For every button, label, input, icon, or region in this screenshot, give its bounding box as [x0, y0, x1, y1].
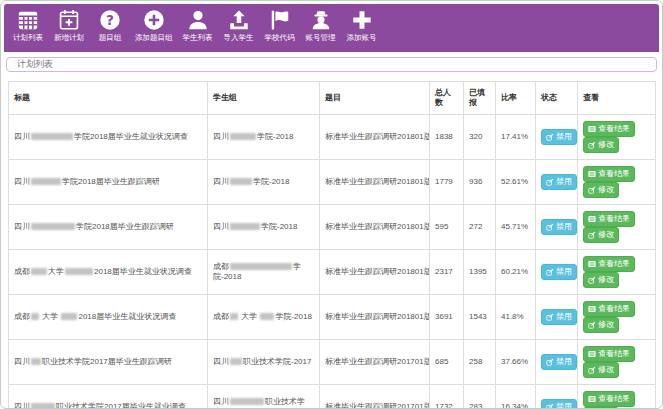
column-header: 标题	[9, 82, 208, 115]
table-row: 四川职业技术学院2017届毕业生跟踪调研 四川职业技术学院-2017 标准毕业生…	[9, 340, 656, 385]
redacted-text	[31, 133, 73, 140]
table-row: 成都 大学 2018届毕业生就业状况调查 成都 大学 学院-2018 标准毕业生…	[9, 295, 656, 340]
redacted-text	[230, 223, 260, 230]
disable-button[interactable]: 禁用	[541, 399, 577, 409]
view-results-button[interactable]: 查看结果	[583, 346, 635, 362]
disable-button[interactable]: 禁用	[541, 129, 577, 145]
list-icon	[588, 350, 596, 358]
cell-actions: 查看结果 修改	[578, 205, 656, 250]
cell-status: 禁用	[536, 340, 578, 385]
modify-button[interactable]: 修改	[583, 182, 619, 198]
cell-filled: 936	[464, 160, 496, 205]
view-results-button[interactable]: 查看结果	[583, 391, 635, 407]
edit-icon	[588, 366, 596, 374]
list-icon	[588, 305, 596, 313]
cell-student-group: 成都 大学 学院-2018	[208, 295, 320, 340]
list-icon	[588, 170, 596, 178]
edit-icon	[546, 403, 554, 409]
cell-filled: 320	[464, 115, 496, 160]
cell-status: 禁用	[536, 205, 578, 250]
toolbar-item-label: 新增计划	[54, 33, 84, 43]
cell-rate: 16.34%	[496, 385, 536, 409]
redacted-text	[230, 358, 242, 365]
breadcrumb-label: 计划列表	[17, 58, 53, 71]
toolbar-item-calendar-plus[interactable]: 新增计划	[52, 9, 86, 43]
cell-student-group: 四川学院-2018	[208, 115, 320, 160]
cell-total: 2317	[430, 250, 464, 295]
toolbar-item-label: 添加账号	[347, 33, 377, 43]
column-header: 总人数	[430, 82, 464, 115]
cell-total: 595	[430, 205, 464, 250]
edit-icon	[588, 321, 596, 329]
cell-total: 3691	[430, 295, 464, 340]
modify-button[interactable]: 修改	[583, 137, 619, 153]
view-results-button[interactable]: 查看结果	[583, 301, 635, 317]
plus-circle-icon	[143, 9, 165, 31]
plans-table: 标题学生组题目总人数已填报比率状态查看 四川学院2018届毕业生就业状况调查 四…	[8, 81, 656, 409]
cell-student-group: 四川学院-2018	[208, 160, 320, 205]
cell-rate: 41.8%	[496, 295, 536, 340]
column-header: 比率	[496, 82, 536, 115]
modify-button[interactable]: 修改	[583, 362, 619, 378]
view-results-button[interactable]: 查看结果	[583, 166, 635, 182]
disable-button[interactable]: 禁用	[541, 264, 577, 280]
cell-student-group: 四川职业技术学院-2017	[208, 385, 320, 409]
cell-title: 四川职业技术学院2017届毕业生跟踪调研	[9, 340, 208, 385]
plans-table-header-row: 标题学生组题目总人数已填报比率状态查看	[9, 82, 656, 115]
cell-student-group: 四川学院-2018	[208, 205, 320, 250]
toolbar-item-user-secret[interactable]: 账号管理	[304, 9, 338, 43]
column-header: 已填报	[464, 82, 496, 115]
disable-button[interactable]: 禁用	[541, 354, 577, 370]
view-results-button[interactable]: 查看结果	[583, 211, 635, 227]
disable-button[interactable]: 禁用	[541, 219, 577, 235]
cell-topic: 标准毕业生跟踪调研201701版	[320, 385, 430, 409]
toolbar-item-upload[interactable]: 导入学生	[222, 9, 256, 43]
toolbar-item-plus-circle[interactable]: 添加题目组	[134, 9, 174, 43]
edit-icon	[546, 313, 554, 321]
edit-icon	[588, 276, 596, 284]
cell-status: 禁用	[536, 160, 578, 205]
disable-button[interactable]: 禁用	[541, 309, 577, 325]
toolbar-item-plus[interactable]: 添加账号	[345, 9, 379, 43]
cell-filled: 258	[464, 340, 496, 385]
toolbar-item-label: 导入学生	[224, 33, 254, 43]
cell-title: 成都 大学 2018届毕业生就业状况调查	[9, 295, 208, 340]
modify-button[interactable]: 修改	[583, 317, 619, 333]
toolbar-item-label: 题目组	[99, 33, 122, 43]
table-row: 成都大学2018届毕业生就业状况调查 成都学院-2018 标准毕业生跟踪调研20…	[9, 250, 656, 295]
redacted-text	[230, 313, 238, 320]
toolbar-item-flag[interactable]: 学校代码	[263, 9, 297, 43]
list-icon	[588, 125, 596, 133]
cell-rate: 52.61%	[496, 160, 536, 205]
toolbar-item-calendar[interactable]: 计划列表	[11, 9, 45, 43]
question-circle-icon: ?	[99, 9, 121, 31]
toolbar-item-user[interactable]: 学生列表	[181, 9, 215, 43]
redacted-text	[31, 223, 75, 230]
toolbar-item-question-circle[interactable]: ? 题目组	[93, 9, 127, 43]
toolbar-item-label: 账号管理	[306, 33, 336, 43]
cell-topic: 标准毕业生跟踪调研201801版	[320, 250, 430, 295]
list-icon	[588, 395, 596, 403]
edit-icon	[588, 141, 596, 149]
redacted-text	[230, 398, 264, 405]
redacted-text	[65, 268, 93, 275]
view-results-button[interactable]: 查看结果	[583, 256, 635, 272]
calendar-plus-icon	[58, 9, 80, 31]
cell-filled: 283	[464, 385, 496, 409]
modify-button[interactable]: 修改	[583, 272, 619, 288]
table-row: 四川学院2018届毕业生就业状况调查 四川学院-2018 标准毕业生跟踪调研20…	[9, 115, 656, 160]
cell-title: 四川学院2018届毕业生跟踪调研	[9, 160, 208, 205]
disable-button[interactable]: 禁用	[541, 174, 577, 190]
cell-actions: 查看结果 修改	[578, 250, 656, 295]
cell-topic: 标准毕业生跟踪调研201801版	[320, 160, 430, 205]
plans-table-body: 四川学院2018届毕业生就业状况调查 四川学院-2018 标准毕业生跟踪调研20…	[9, 115, 656, 409]
calendar-icon	[17, 9, 39, 31]
view-results-button[interactable]: 查看结果	[583, 121, 635, 137]
edit-icon	[546, 133, 554, 141]
column-header: 状态	[536, 82, 578, 115]
cell-title: 成都大学2018届毕业生就业状况调查	[9, 250, 208, 295]
modify-button[interactable]: 修改	[583, 227, 619, 243]
column-header: 查看	[578, 82, 656, 115]
user-icon	[187, 9, 209, 31]
svg-text:?: ?	[106, 12, 114, 28]
